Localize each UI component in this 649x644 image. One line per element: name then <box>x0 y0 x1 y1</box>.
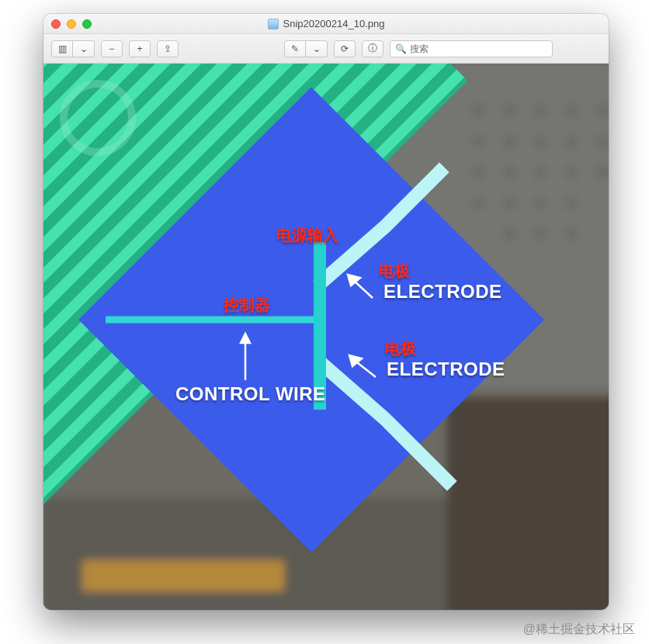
zoom-out-button[interactable]: − <box>101 40 123 57</box>
markup-button[interactable]: ✎ <box>284 40 306 57</box>
titlebar: Snip20200214_10.png <box>43 14 609 34</box>
rotate-button[interactable]: ⟳ <box>334 40 356 57</box>
labels-layer: 电源输入 控制器 电极 ELECTRODE 电极 ELECTRODE CONTR… <box>43 64 609 610</box>
pencil-icon: ✎ <box>291 43 299 54</box>
label-electrode-cn-2: 电极 <box>385 338 416 359</box>
preview-window: Snip20200214_10.png ▥ ⌄ − + ⇪ ✎ ⌄ ⟳ ⓘ 🔍 <box>43 14 609 610</box>
sidebar-dropdown[interactable]: ⌄ <box>73 40 95 57</box>
chevron-down-icon: ⌄ <box>80 43 88 54</box>
share-button[interactable]: ⇪ <box>157 40 179 57</box>
label-electrode-cn-1: 电极 <box>379 261 410 282</box>
toolbar: ▥ ⌄ − + ⇪ ✎ ⌄ ⟳ ⓘ 🔍 <box>43 34 609 64</box>
zoom-out-icon: − <box>109 43 114 54</box>
window-title-text: Snip20200214_10.png <box>283 18 385 29</box>
rotate-icon: ⟳ <box>341 43 349 54</box>
watermark: @稀土掘金技术社区 <box>523 621 635 638</box>
search-icon: 🔍 <box>395 43 407 54</box>
label-control-wire-en: CONTROL WIRE <box>175 383 326 405</box>
sidebar-icon: ▥ <box>58 43 67 54</box>
zoom-in-icon: + <box>137 43 142 54</box>
label-electrode-en-1: ELECTRODE <box>384 281 502 303</box>
markup-dropdown[interactable]: ⌄ <box>306 40 328 57</box>
label-controller-cn: 控制器 <box>224 295 270 316</box>
zoom-in-button[interactable]: + <box>129 40 151 57</box>
maximize-icon[interactable] <box>82 19 92 29</box>
traffic-lights <box>51 19 92 29</box>
info-button[interactable]: ⓘ <box>362 40 384 57</box>
file-icon <box>268 19 279 29</box>
info-icon: ⓘ <box>368 42 377 55</box>
image-viewport: 电源输入 控制器 电极 ELECTRODE 电极 ELECTRODE CONTR… <box>43 64 609 610</box>
window-title: Snip20200214_10.png <box>268 18 385 29</box>
search-input[interactable] <box>410 43 547 54</box>
sidebar-button[interactable]: ▥ <box>51 40 73 57</box>
label-power-input-cn: 电源输入 <box>276 225 338 246</box>
label-electrode-en-2: ELECTRODE <box>387 358 505 380</box>
search-field[interactable]: 🔍 <box>390 40 553 57</box>
close-icon[interactable] <box>51 19 61 29</box>
share-icon: ⇪ <box>164 43 172 54</box>
minimize-icon[interactable] <box>67 19 76 29</box>
chevron-down-icon: ⌄ <box>313 43 321 54</box>
